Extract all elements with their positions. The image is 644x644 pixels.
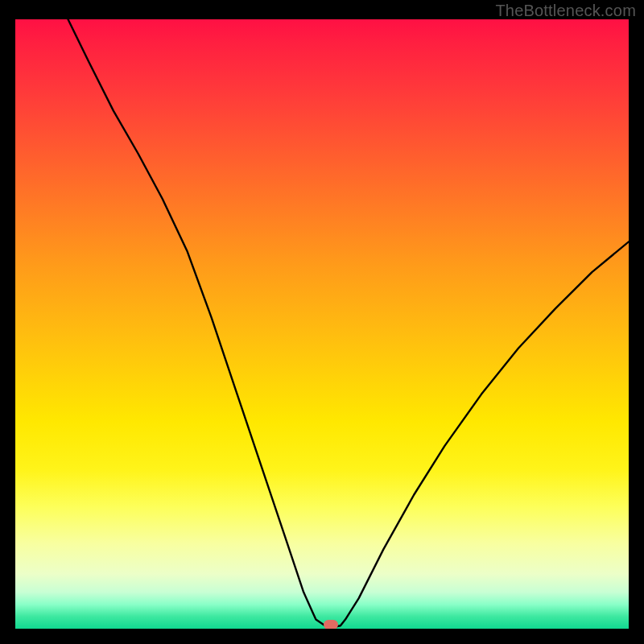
plot-area (15, 19, 629, 629)
chart-frame: TheBottleneck.com (0, 0, 644, 644)
watermark-text: TheBottleneck.com (495, 2, 636, 20)
current-point-marker (324, 620, 338, 629)
bottleneck-curve (15, 19, 629, 629)
